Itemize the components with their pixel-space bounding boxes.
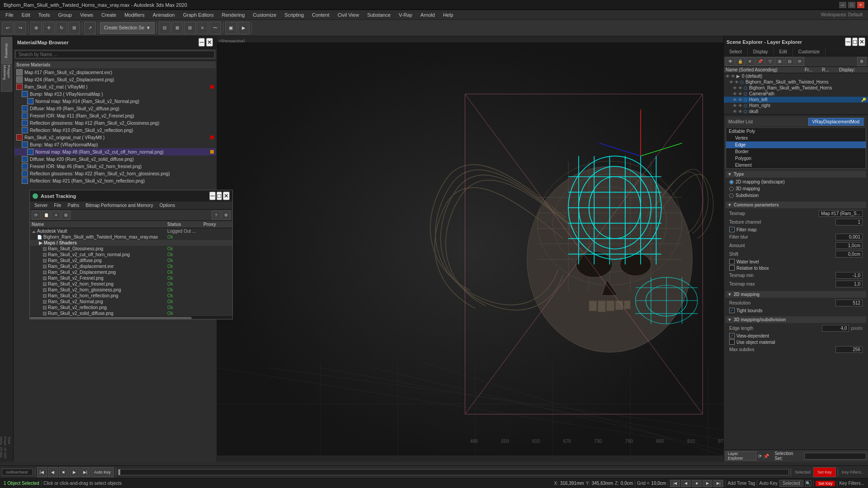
bt-end-btn[interactable]: ▶| bbox=[80, 467, 90, 477]
list-item[interactable]: Map #17 (Ram_Skull_v2_displacement.exr) bbox=[14, 69, 216, 76]
se-btn-x[interactable]: ✕ bbox=[745, 57, 755, 66]
tab-customize[interactable]: Customize bbox=[793, 47, 826, 56]
list-item[interactable]: Normal map: Map #14 (Ram_Skull_v2_Normal… bbox=[14, 98, 216, 105]
menu-group[interactable]: Group bbox=[54, 11, 75, 19]
mirror-button[interactable]: ⊟ bbox=[159, 22, 170, 34]
create-selection-button[interactable]: Create Selection Se ▼ bbox=[100, 22, 155, 34]
tab-select[interactable]: Select bbox=[724, 47, 748, 56]
poly-modeling-tab[interactable]: Polygon Modeling bbox=[1, 65, 12, 92]
table-row[interactable]: 📄Bighorn_Ram_Skull_with_Twisted_Horns_ma… bbox=[30, 234, 232, 240]
asset-tb-btn2[interactable]: 📋 bbox=[42, 211, 51, 220]
se-btn-expand[interactable]: ⊞ bbox=[775, 57, 784, 66]
material-search-input[interactable] bbox=[15, 51, 215, 58]
asset-tb-btn1[interactable]: ⟳ bbox=[32, 211, 41, 220]
rotate-button[interactable]: ↻ bbox=[56, 22, 67, 34]
table-row[interactable]: 🖼Ram_Skull_v2_cut_off_horn_normal.png Ok bbox=[30, 252, 232, 258]
use-object-material-checkbox[interactable] bbox=[729, 339, 735, 345]
table-row[interactable]: 🖼Ram_Skull_v2_displacement.exr Ok bbox=[30, 263, 232, 269]
status-play-start[interactable]: |◀ bbox=[670, 480, 680, 487]
asset-tb-settings[interactable]: ⚙ bbox=[222, 211, 231, 220]
list-item[interactable]: Reflection glossiness: Map #12 (Ram_Skul… bbox=[14, 119, 216, 127]
mod-item-element[interactable]: Element bbox=[726, 162, 866, 169]
asset-menu-server[interactable]: Server bbox=[32, 202, 50, 209]
status-play-next[interactable]: ▶ bbox=[703, 480, 712, 487]
filter-map-checkbox[interactable] bbox=[729, 227, 735, 232]
mat-browser-minimize[interactable]: ─ bbox=[198, 38, 204, 47]
asset-maximize-button[interactable]: □ bbox=[217, 192, 222, 200]
mat-browser-close[interactable]: ✕ bbox=[206, 38, 213, 47]
se-btn-lock[interactable]: 🔒 bbox=[736, 57, 745, 66]
menu-substance[interactable]: Substance bbox=[363, 11, 394, 19]
se-btn-options[interactable]: ⚙ bbox=[857, 57, 866, 66]
asset-tb-btn4[interactable]: ⊞ bbox=[61, 211, 71, 220]
asset-menu-file[interactable]: File bbox=[51, 202, 64, 209]
status-play-prev[interactable]: ◀ bbox=[681, 480, 691, 487]
list-item[interactable]: 👁 👁 ▶ 0 (default) bbox=[724, 73, 868, 79]
list-item[interactable]: Reflection glossiness: Map #22 (Ram_Skul… bbox=[14, 170, 216, 177]
list-item[interactable]: 👁 👁 ⬡ CameraPath bbox=[724, 91, 868, 97]
status-play-stop[interactable]: ■ bbox=[692, 480, 702, 487]
list-item[interactable]: 👁 👁 ⬡ Horn_left 🔑 bbox=[724, 97, 868, 103]
menu-file[interactable]: File bbox=[2, 11, 17, 19]
texmap-min-value[interactable]: -1,0 bbox=[835, 272, 863, 279]
align-button[interactable]: ⊠ bbox=[171, 22, 183, 34]
list-item[interactable]: Map #24 (Ram_Skull_v2_Displacement.png) bbox=[14, 76, 216, 83]
outliner-nest-label[interactable]: outlinerNest: bbox=[2, 469, 33, 476]
radio-subdivision[interactable] bbox=[729, 193, 734, 198]
key-filters-label[interactable]: Key Filters... bbox=[840, 470, 866, 474]
menu-vray[interactable]: V-Ray bbox=[395, 11, 416, 19]
table-row[interactable]: 🖼Rum_Skull_v2_solid_diffuse.png Ok bbox=[30, 310, 232, 316]
bt-set-key-btn[interactable]: Set Key bbox=[813, 467, 836, 477]
render-button[interactable]: ▶ bbox=[238, 22, 250, 34]
table-row[interactable]: 🖼Ram_Skull_v2_diffuse.png Ok bbox=[30, 258, 232, 263]
redo-button[interactable]: ↪ bbox=[14, 22, 26, 34]
max-subdivs-value[interactable]: 256 bbox=[835, 346, 863, 353]
menu-graph-editors[interactable]: Graph Editors bbox=[179, 11, 217, 19]
table-row-section[interactable]: ▶ Maps / Shaders bbox=[30, 240, 232, 246]
amount-value[interactable]: 1,0cm bbox=[835, 242, 863, 249]
tight-bounds-checkbox[interactable] bbox=[729, 308, 735, 313]
list-item[interactable]: Ram_Skull_v2_mat ( VRayMtl ) bbox=[14, 83, 216, 90]
scene-explorer-maximize[interactable]: □ bbox=[852, 38, 858, 46]
scale-button[interactable]: ⊞ bbox=[68, 22, 80, 34]
modeling-tab[interactable]: Modeling bbox=[1, 37, 12, 64]
viewport[interactable]: +[Perspective] bbox=[217, 36, 723, 462]
mod-item-editable-poly[interactable]: Editable Poly bbox=[726, 128, 866, 135]
selection-set-input[interactable] bbox=[804, 453, 866, 460]
list-item[interactable]: Bump: Map #7 (VRayNormalMap) bbox=[14, 141, 216, 148]
list-item[interactable]: Ram_Skull_v2_original_mat ( VRayMtl ) bbox=[14, 134, 216, 141]
minimize-button[interactable]: ─ bbox=[839, 2, 846, 8]
menu-civil-view[interactable]: Civil View bbox=[334, 11, 363, 19]
menu-edit[interactable]: Edit bbox=[18, 11, 34, 19]
se-btn-sync[interactable]: ⟳ bbox=[795, 57, 804, 66]
radio-2d-mapping[interactable] bbox=[729, 180, 734, 184]
table-row[interactable]: 🖼Ram_Skull_v2_horn_reflection.png Ok bbox=[30, 293, 232, 299]
table-row[interactable]: 🖼Ram_Skull_v2_Normal.png Ok bbox=[30, 299, 232, 305]
asset-close-button[interactable]: ✕ bbox=[223, 192, 230, 200]
bt-prev-btn[interactable]: ◀ bbox=[48, 467, 58, 477]
edge-length-value[interactable]: 4,0 bbox=[822, 325, 849, 332]
layers-button[interactable]: ≡ bbox=[197, 22, 208, 34]
set-key-btn[interactable]: Set Key bbox=[816, 481, 835, 486]
se-btn-filter[interactable]: ▽ bbox=[765, 57, 774, 66]
bt-stop-btn[interactable]: ■ bbox=[59, 467, 69, 477]
close-button[interactable]: ✕ bbox=[857, 2, 864, 8]
ref-coord-button[interactable]: ↗ bbox=[84, 22, 96, 34]
relative-bbox-checkbox[interactable] bbox=[729, 265, 735, 271]
menu-scripting[interactable]: Scripting bbox=[281, 11, 307, 19]
mod-item-border[interactable]: Border bbox=[726, 148, 866, 155]
se-btn-collapse[interactable]: ⊟ bbox=[785, 57, 794, 66]
list-item[interactable]: Bump: Map #13 ( VRayNormalMap ) bbox=[14, 90, 216, 98]
bt-key-mode-btn[interactable]: Auto Key bbox=[91, 467, 114, 477]
table-row[interactable]: 🖼Ram_Skull_v2_reflection.png Ok bbox=[30, 305, 232, 310]
list-item[interactable]: Fresnel IOR: Map #6 (Ram_Skull_v2_horn_f… bbox=[14, 163, 216, 170]
water-level-checkbox[interactable] bbox=[729, 259, 735, 264]
layer-explorer-btn[interactable]: Layer Explorer bbox=[726, 451, 756, 460]
scene-explorer-close[interactable]: ✕ bbox=[859, 38, 865, 46]
group-button[interactable]: ⊞ bbox=[184, 22, 196, 34]
mod-item-polygon[interactable]: Polygon bbox=[726, 155, 866, 162]
move-button[interactable]: ✛ bbox=[43, 22, 55, 34]
menu-create[interactable]: Create bbox=[98, 11, 120, 19]
list-item[interactable]: 👁 👁 ⬡ Horn_right bbox=[724, 103, 868, 108]
texmap-value[interactable]: Map #17 (Ram_S... bbox=[819, 210, 863, 217]
